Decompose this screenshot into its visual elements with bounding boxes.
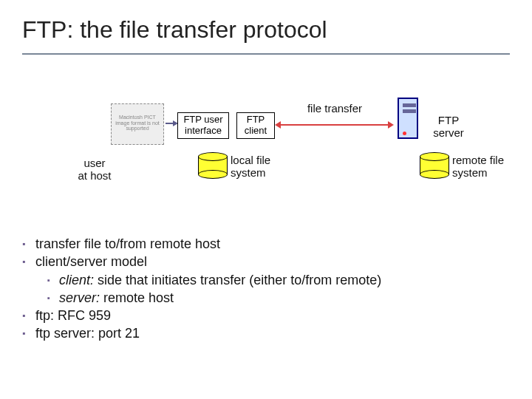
label-remote-fs: remote file system	[452, 154, 519, 180]
bullet-text: side that initiates transfer (either to/…	[94, 273, 381, 287]
bullet-text: remote host	[100, 290, 174, 305]
server-icon	[398, 98, 418, 139]
bullet-text: client/server model	[35, 254, 147, 269]
label-local-fs: local file system	[231, 154, 290, 180]
bullet-text: ftp: RFC 959	[35, 308, 111, 323]
bullet-item: ftp: RFC 959	[22, 307, 510, 324]
box-ftp-user-interface: FTP user interface	[177, 112, 229, 139]
label-ftp-server: FTP server	[423, 114, 474, 140]
local-fs-icon	[198, 152, 228, 174]
remote-fs-icon	[420, 152, 449, 174]
bullet-text: transfer file to/from remote host	[35, 236, 220, 251]
arrow-user-to-ui	[166, 123, 173, 124]
bullet-item: ftp server: port 21	[22, 324, 510, 342]
bullet-item: client: side that initiates transfer (ei…	[47, 271, 510, 289]
user-person-icon: Macintosh PICT image format is not suppo…	[111, 103, 164, 145]
slide-title: FTP: the file transfer protocol	[22, 16, 327, 44]
title-underline	[22, 53, 510, 55]
bullet-text: ftp server: port 21	[35, 326, 140, 341]
box-ftp-client: FTP client	[236, 112, 275, 139]
label-file-transfer: file transfer	[294, 102, 375, 115]
bullet-item: transfer file to/from remote host	[22, 235, 510, 253]
arrow-file-transfer	[281, 124, 388, 126]
ftp-diagram: Macintosh PICT image format is not suppo…	[0, 74, 532, 207]
label-user-at-host: user at host	[65, 157, 124, 183]
bullet-list: transfer file to/from remote host client…	[22, 235, 510, 343]
bullet-term: client:	[59, 273, 94, 287]
bullet-item: server: remote host	[47, 289, 510, 307]
bullet-item: client/server model	[22, 253, 510, 270]
bullet-term: server:	[59, 290, 100, 305]
